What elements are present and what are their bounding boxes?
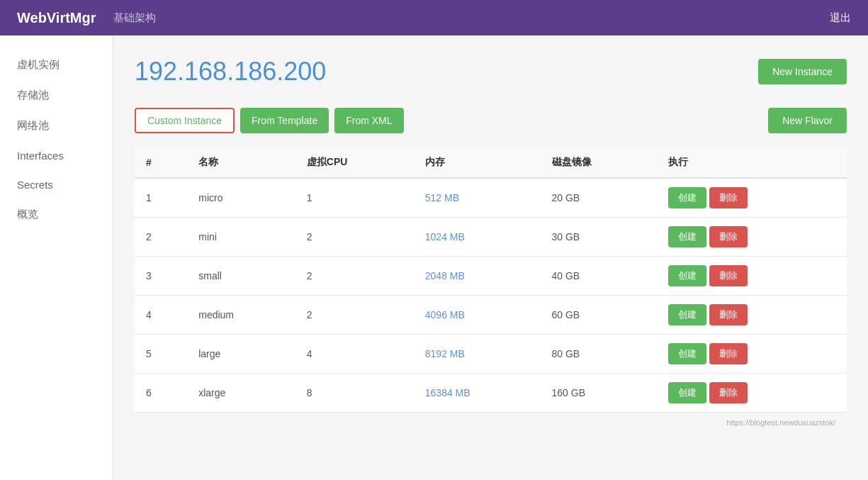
delete-button[interactable]: 删除 bbox=[709, 382, 748, 403]
cell-actions: 创建 删除 bbox=[657, 374, 847, 413]
cell-actions: 创建 删除 bbox=[657, 296, 847, 335]
cell-id: 2 bbox=[135, 218, 187, 257]
new-instance-button[interactable]: New Instance bbox=[758, 59, 847, 84]
watermark: https://blogtest.newduxuazstok/ bbox=[135, 413, 847, 432]
cell-name: large bbox=[187, 335, 295, 374]
content-area: 192.168.186.200 New Instance Custom Inst… bbox=[113, 35, 868, 480]
from-template-button[interactable]: From Template bbox=[240, 108, 329, 133]
flavors-table: # 名称 虚拟CPU 内存 磁盘镜像 执行 1 micro 1 512 MB 2… bbox=[135, 147, 847, 413]
create-button[interactable]: 创建 bbox=[668, 343, 706, 364]
actions-container: 创建 删除 bbox=[668, 304, 835, 325]
delete-button[interactable]: 删除 bbox=[709, 187, 748, 208]
sidebar: 虚机实例 存储池 网络池 Interfaces Secrets 概览 bbox=[0, 35, 113, 480]
table-row: 2 mini 2 1024 MB 30 GB 创建 删除 bbox=[135, 218, 847, 257]
create-button[interactable]: 创建 bbox=[668, 226, 706, 247]
cell-disk: 160 GB bbox=[541, 374, 657, 413]
cell-id: 6 bbox=[135, 374, 187, 413]
delete-button[interactable]: 删除 bbox=[709, 265, 748, 286]
custom-instance-button[interactable]: Custom Instance bbox=[135, 108, 235, 133]
cell-cpu: 2 bbox=[295, 296, 414, 335]
cell-actions: 创建 删除 bbox=[657, 218, 847, 257]
cell-name: small bbox=[187, 257, 295, 296]
cell-disk: 30 GB bbox=[541, 218, 657, 257]
col-header-actions: 执行 bbox=[657, 147, 847, 178]
app-brand: WebVirtMgr bbox=[17, 10, 96, 26]
actions-container: 创建 删除 bbox=[668, 187, 835, 208]
cell-cpu: 1 bbox=[295, 178, 414, 218]
cell-id: 3 bbox=[135, 257, 187, 296]
table-row: 5 large 4 8192 MB 80 GB 创建 删除 bbox=[135, 335, 847, 374]
action-bar: Custom Instance From Template From XML N… bbox=[135, 108, 847, 133]
cell-memory: 1024 MB bbox=[414, 218, 541, 257]
cell-disk: 80 GB bbox=[541, 335, 657, 374]
cell-cpu: 8 bbox=[295, 374, 414, 413]
create-button[interactable]: 创建 bbox=[668, 265, 706, 286]
cell-name: xlarge bbox=[187, 374, 295, 413]
cell-cpu: 4 bbox=[295, 335, 414, 374]
cell-memory: 512 MB bbox=[414, 178, 541, 218]
actions-container: 创建 删除 bbox=[668, 343, 835, 364]
sidebar-item-overview[interactable]: 概览 bbox=[0, 199, 113, 230]
cell-cpu: 2 bbox=[295, 218, 414, 257]
from-xml-button[interactable]: From XML bbox=[334, 108, 403, 133]
cell-name: micro bbox=[187, 178, 295, 218]
nav-infrastructure[interactable]: 基础架构 bbox=[113, 11, 156, 25]
sidebar-item-network[interactable]: 网络池 bbox=[0, 111, 113, 141]
action-bar-left: Custom Instance From Template From XML bbox=[135, 108, 404, 133]
cell-id: 1 bbox=[135, 178, 187, 218]
sidebar-item-vm[interactable]: 虚机实例 bbox=[0, 50, 113, 80]
table-header-row: # 名称 虚拟CPU 内存 磁盘镜像 执行 bbox=[135, 147, 847, 178]
logout-button[interactable]: 退出 bbox=[830, 11, 851, 25]
actions-container: 创建 删除 bbox=[668, 382, 835, 403]
create-button[interactable]: 创建 bbox=[668, 304, 706, 325]
main-container: 虚机实例 存储池 网络池 Interfaces Secrets 概览 192.1… bbox=[0, 35, 868, 480]
cell-disk: 40 GB bbox=[541, 257, 657, 296]
sidebar-item-secrets[interactable]: Secrets bbox=[0, 170, 113, 199]
cell-name: mini bbox=[187, 218, 295, 257]
table-row: 6 xlarge 8 16384 MB 160 GB 创建 删除 bbox=[135, 374, 847, 413]
header: WebVirtMgr 基础架构 退出 bbox=[0, 0, 868, 35]
delete-button[interactable]: 删除 bbox=[709, 343, 748, 364]
delete-button[interactable]: 删除 bbox=[709, 304, 748, 325]
create-button[interactable]: 创建 bbox=[668, 187, 706, 208]
cell-memory: 16384 MB bbox=[414, 374, 541, 413]
new-flavor-button[interactable]: New Flavor bbox=[768, 108, 847, 133]
table-row: 3 small 2 2048 MB 40 GB 创建 删除 bbox=[135, 257, 847, 296]
header-left: WebVirtMgr 基础架构 bbox=[17, 10, 156, 26]
cell-actions: 创建 删除 bbox=[657, 178, 847, 218]
cell-memory: 2048 MB bbox=[414, 257, 541, 296]
page-title: 192.168.186.200 bbox=[135, 57, 326, 86]
col-header-memory: 内存 bbox=[414, 147, 541, 178]
page-header: 192.168.186.200 New Instance bbox=[135, 57, 847, 86]
cell-name: medium bbox=[187, 296, 295, 335]
cell-id: 4 bbox=[135, 296, 187, 335]
col-header-id: # bbox=[135, 147, 187, 178]
actions-container: 创建 删除 bbox=[668, 226, 835, 247]
cell-memory: 4096 MB bbox=[414, 296, 541, 335]
table-row: 1 micro 1 512 MB 20 GB 创建 删除 bbox=[135, 178, 847, 218]
table-row: 4 medium 2 4096 MB 60 GB 创建 删除 bbox=[135, 296, 847, 335]
cell-memory: 8192 MB bbox=[414, 335, 541, 374]
col-header-name: 名称 bbox=[187, 147, 295, 178]
cell-disk: 60 GB bbox=[541, 296, 657, 335]
actions-container: 创建 删除 bbox=[668, 265, 835, 286]
col-header-disk: 磁盘镜像 bbox=[541, 147, 657, 178]
cell-actions: 创建 删除 bbox=[657, 335, 847, 374]
cell-disk: 20 GB bbox=[541, 178, 657, 218]
create-button[interactable]: 创建 bbox=[668, 382, 706, 403]
cell-actions: 创建 删除 bbox=[657, 257, 847, 296]
sidebar-item-interfaces[interactable]: Interfaces bbox=[0, 141, 113, 170]
cell-cpu: 2 bbox=[295, 257, 414, 296]
col-header-cpu: 虚拟CPU bbox=[295, 147, 414, 178]
sidebar-item-storage[interactable]: 存储池 bbox=[0, 80, 113, 111]
delete-button[interactable]: 删除 bbox=[709, 226, 748, 247]
cell-id: 5 bbox=[135, 335, 187, 374]
